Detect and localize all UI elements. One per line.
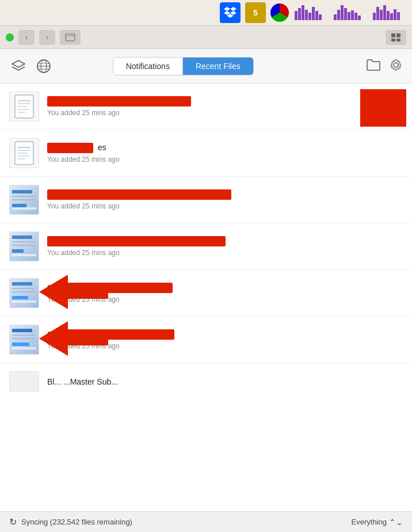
toolbar-right xyxy=(366,58,403,74)
svg-marker-31 xyxy=(39,321,108,356)
file-list: You added 25 mins ago es xyxy=(0,83,412,511)
sync-status: Syncing (232,542 files remaining) xyxy=(21,518,132,526)
file-info: You added 25 mins ago xyxy=(47,96,403,117)
svg-rect-7 xyxy=(391,33,395,37)
file-info: You added 25 mins ago xyxy=(47,189,403,210)
forward-button[interactable]: › xyxy=(39,30,55,45)
traffic-lights xyxy=(6,33,14,41)
file-name: Bl... ...Master Sub... xyxy=(47,377,118,386)
barchart3-icon xyxy=(372,4,406,21)
dropbox-icon[interactable] xyxy=(220,2,241,23)
file-name xyxy=(47,96,403,107)
redaction-arrow xyxy=(39,275,108,311)
file-thumbnail xyxy=(9,92,39,121)
list-item[interactable]: You added 25 mins ago xyxy=(0,83,412,130)
gear-icon[interactable] xyxy=(389,58,403,74)
svg-rect-8 xyxy=(396,33,400,37)
file-thumbnail xyxy=(9,278,39,308)
svg-marker-1 xyxy=(230,7,236,11)
barchart1-icon xyxy=(293,4,328,21)
redaction-arrow xyxy=(39,321,108,358)
svg-rect-5 xyxy=(66,34,75,41)
svg-marker-3 xyxy=(230,11,236,15)
file-thumbnail xyxy=(9,138,39,168)
file-info: You added 25 mins ago xyxy=(47,236,403,257)
forward-icon: › xyxy=(46,33,48,41)
recent-files-tab[interactable]: Recent Files xyxy=(183,58,253,75)
svg-marker-0 xyxy=(224,7,230,11)
list-item[interactable]: Scre You added 25 mins ago xyxy=(0,317,412,363)
menubar: 5 xyxy=(0,0,412,26)
folder-icon[interactable] xyxy=(366,59,381,74)
list-item[interactable]: You added 25 mins ago xyxy=(0,223,412,270)
file-meta: You added 25 mins ago xyxy=(47,249,403,257)
layers-icon[interactable] xyxy=(9,57,28,75)
svg-marker-11 xyxy=(12,60,25,67)
file-thumbnail xyxy=(9,185,39,215)
file-name: es xyxy=(47,143,403,153)
toolbar: Notifications Recent Files xyxy=(0,49,412,83)
file-name xyxy=(47,189,403,200)
sync-icon: ↻ xyxy=(9,516,17,527)
svg-rect-9 xyxy=(391,39,395,41)
svg-marker-4 xyxy=(227,14,234,18)
list-item-partial[interactable]: Bl... ...Master Sub... xyxy=(0,363,412,400)
file-thumbnail xyxy=(9,325,39,355)
maximize-button[interactable] xyxy=(6,33,14,41)
file-meta: You added 25 mins ago xyxy=(47,202,403,210)
svg-rect-10 xyxy=(396,39,400,41)
file-thumbnail xyxy=(9,371,39,392)
shield-icon[interactable]: 5 xyxy=(245,2,266,23)
main-panel: Notifications Recent Files xyxy=(0,49,412,532)
browser-chrome: ‹ › xyxy=(0,26,412,49)
svg-marker-2 xyxy=(224,11,230,15)
globe-icon[interactable] xyxy=(35,57,53,75)
list-item[interactable]: Sc You added 25 mins ago xyxy=(0,270,412,317)
file-meta: You added 25 mins ago xyxy=(47,155,403,164)
svg-marker-30 xyxy=(39,275,108,309)
file-thumbnail xyxy=(9,231,39,261)
filter-control[interactable]: Everything ⌃⌄ xyxy=(352,518,403,527)
list-item[interactable]: es You added 25 mins ago xyxy=(0,130,412,177)
window-button[interactable] xyxy=(60,30,81,45)
barchart2-icon xyxy=(333,4,367,21)
filter-label: Everything xyxy=(352,518,387,526)
color-ball-icon[interactable] xyxy=(270,3,289,22)
redaction-rect xyxy=(360,89,406,127)
action-button[interactable] xyxy=(386,30,406,45)
tab-group: Notifications Recent Files xyxy=(113,57,254,75)
chevron-updown-icon: ⌃⌄ xyxy=(389,518,403,527)
statusbar: ↻ Syncing (232,542 files remaining) Ever… xyxy=(0,511,412,532)
file-info: es You added 25 mins ago xyxy=(47,143,403,164)
file-meta: You added 25 mins ago xyxy=(47,109,403,117)
list-item[interactable]: You added 25 mins ago xyxy=(0,177,412,223)
svg-point-17 xyxy=(394,63,398,67)
back-icon: ‹ xyxy=(25,33,28,41)
back-button[interactable]: ‹ xyxy=(18,30,35,45)
file-name xyxy=(47,236,403,246)
notifications-tab[interactable]: Notifications xyxy=(113,58,183,75)
